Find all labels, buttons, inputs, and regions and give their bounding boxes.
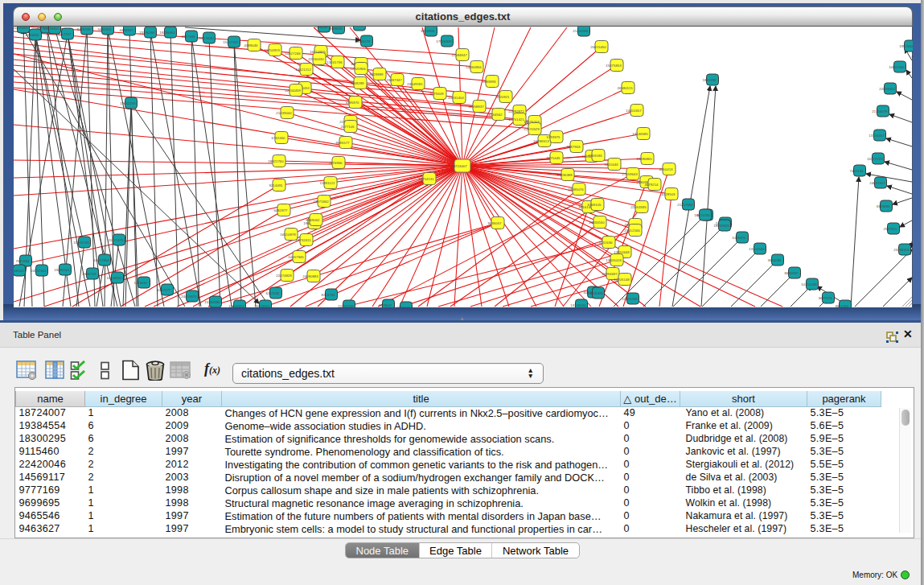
svg-text:2876966: 2876966 — [328, 161, 343, 165]
svg-text:3395870: 3395870 — [345, 101, 359, 105]
svg-text:18096865: 18096865 — [636, 157, 652, 161]
svg-text:23706266: 23706266 — [139, 31, 155, 35]
svg-text:8134562: 8134562 — [488, 113, 503, 117]
svg-text:24532561: 24532561 — [31, 269, 47, 273]
svg-text:1218062: 1218062 — [133, 281, 148, 285]
svg-text:19836388: 19836388 — [556, 173, 573, 177]
svg-text:20580115: 20580115 — [617, 86, 633, 90]
svg-text:19299464: 19299464 — [159, 31, 175, 35]
svg-text:6128503: 6128503 — [661, 192, 676, 196]
svg-text:14460856: 14460856 — [466, 65, 482, 69]
svg-text:10323815: 10323815 — [254, 304, 270, 307]
svg-text:8396759: 8396759 — [82, 272, 97, 276]
svg-text:10228452: 10228452 — [43, 27, 60, 31]
svg-text:3131636: 3131636 — [598, 241, 613, 245]
svg-text:4735650: 4735650 — [25, 33, 39, 37]
svg-text:9214491: 9214491 — [269, 183, 283, 187]
svg-text:8811165: 8811165 — [836, 304, 849, 307]
svg-text:16705148: 16705148 — [614, 278, 630, 282]
svg-text:13754919: 13754919 — [264, 48, 280, 52]
svg-text:18922760: 18922760 — [268, 159, 284, 163]
svg-text:22744459: 22744459 — [285, 89, 301, 93]
svg-text:10334531: 10334531 — [106, 276, 122, 280]
svg-text:3677374: 3677374 — [818, 296, 832, 300]
svg-text:8369062: 8369062 — [306, 218, 320, 222]
svg-text:5641643: 5641643 — [604, 163, 618, 167]
svg-text:22330030: 22330030 — [308, 57, 324, 61]
svg-text:22474828: 22474828 — [276, 274, 292, 278]
svg-text:13045349: 13045349 — [587, 291, 603, 295]
svg-text:9436057: 9436057 — [487, 221, 502, 225]
svg-text:8224730: 8224730 — [321, 293, 335, 297]
svg-text:3333883: 3333883 — [876, 204, 890, 208]
svg-text:4143890: 4143890 — [349, 27, 363, 27]
svg-text:22806503: 22806503 — [14, 269, 24, 273]
svg-text:24641507: 24641507 — [869, 181, 885, 185]
svg-text:1890399: 1890399 — [702, 78, 717, 82]
svg-text:5793975: 5793975 — [546, 135, 561, 139]
svg-text:17956909: 17956909 — [436, 39, 452, 43]
svg-text:9217207: 9217207 — [57, 32, 72, 36]
svg-text:20994697: 20994697 — [602, 272, 618, 276]
svg-text:2537611: 2537611 — [884, 227, 897, 231]
svg-text:4050413: 4050413 — [659, 167, 673, 171]
svg-text:16415740: 16415740 — [694, 213, 710, 217]
svg-text:4439167: 4439167 — [119, 28, 133, 32]
svg-text:4112034: 4112034 — [396, 306, 410, 307]
svg-text:22455603: 22455603 — [14, 27, 28, 30]
svg-text:23971842: 23971842 — [313, 200, 329, 204]
svg-text:19832259: 19832259 — [120, 101, 136, 105]
svg-text:13748244: 13748244 — [570, 303, 586, 307]
svg-text:8489709: 8489709 — [76, 27, 91, 31]
svg-text:12294238: 12294238 — [338, 304, 354, 307]
svg-text:7671884: 7671884 — [15, 259, 30, 263]
svg-text:12920906: 12920906 — [350, 67, 366, 71]
svg-text:13421212: 13421212 — [295, 68, 311, 72]
svg-text:20772475: 20772475 — [108, 238, 124, 242]
svg-text:9887903: 9887903 — [566, 145, 581, 149]
svg-text:19285201: 19285201 — [54, 268, 70, 272]
svg-text:21012166: 21012166 — [624, 229, 640, 233]
svg-text:17559643: 17559643 — [622, 172, 638, 176]
svg-text:5682115: 5682115 — [98, 27, 112, 31]
svg-text:16510878: 16510878 — [280, 233, 296, 237]
svg-text:15076749: 15076749 — [73, 241, 89, 245]
svg-text:6482877: 6482877 — [273, 208, 288, 212]
svg-text:17751421: 17751421 — [508, 117, 524, 122]
svg-text:18992829: 18992829 — [713, 224, 729, 228]
svg-text:22053595: 22053595 — [630, 205, 647, 209]
svg-text:24549181: 24549181 — [407, 82, 423, 86]
svg-text:4429607: 4429607 — [378, 303, 392, 307]
svg-text:20372723: 20372723 — [867, 157, 883, 161]
svg-text:10057945: 10057945 — [288, 255, 304, 259]
svg-text:5188470: 5188470 — [732, 236, 746, 240]
svg-text:15180586: 15180586 — [204, 300, 220, 304]
svg-text:2066449: 2066449 — [314, 27, 328, 29]
svg-text:24090883: 24090883 — [302, 274, 318, 278]
svg-text:16072954: 16072954 — [93, 258, 109, 262]
svg-text:11558837: 11558837 — [468, 105, 484, 109]
svg-text:20813640: 20813640 — [198, 36, 214, 40]
svg-text:3644095: 3644095 — [767, 258, 782, 262]
svg-text:21200396: 21200396 — [573, 29, 589, 33]
svg-text:8079409: 8079409 — [429, 92, 444, 96]
svg-text:23833160: 23833160 — [589, 220, 605, 225]
svg-text:6217026: 6217026 — [265, 291, 280, 295]
svg-text:19085076: 19085076 — [568, 187, 584, 192]
svg-text:21754078: 21754078 — [872, 109, 888, 113]
svg-text:15157347: 15157347 — [223, 40, 239, 44]
svg-text:12541238: 12541238 — [622, 297, 638, 301]
svg-text:9983893: 9983893 — [482, 80, 496, 84]
svg-text:8685577: 8685577 — [335, 141, 350, 145]
svg-text:13241736: 13241736 — [326, 60, 343, 64]
svg-text:4679214: 4679214 — [644, 183, 659, 187]
svg-text:6368105: 6368105 — [587, 203, 602, 207]
svg-text:13146585: 13146585 — [632, 132, 648, 136]
svg-text:8646997: 8646997 — [784, 271, 799, 275]
svg-text:18724007: 18724007 — [451, 164, 467, 168]
svg-text:8359183: 8359183 — [588, 154, 602, 158]
svg-text:6357277: 6357277 — [157, 288, 171, 292]
svg-text:19523409: 19523409 — [899, 44, 913, 48]
svg-text:16396513: 16396513 — [533, 139, 549, 143]
svg-text:22093651: 22093651 — [879, 87, 895, 91]
